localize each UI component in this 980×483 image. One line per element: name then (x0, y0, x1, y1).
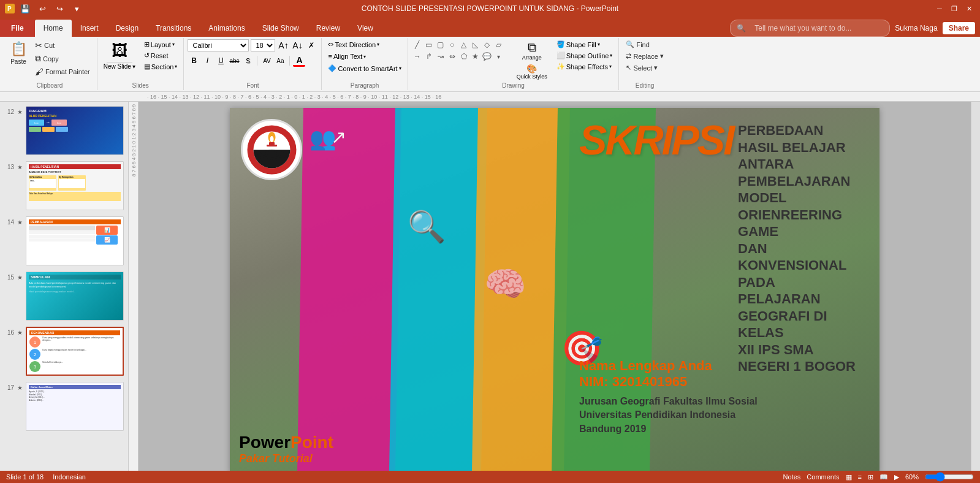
customize-qat-btn[interactable]: ▾ (70, 2, 83, 15)
slide-thumb-16[interactable]: 16 ★ REKOMENDASI 1 Guru yang menggunakan… (3, 325, 125, 377)
slide-canvas[interactable]: 👥 ↗ 🔍 🧠 🎯 (230, 108, 879, 473)
cut-button[interactable]: ✂ Cut (32, 39, 93, 51)
curved-arrow-shape[interactable]: ↝ (435, 51, 446, 62)
italic-button[interactable]: I (201, 55, 213, 67)
ruler-vertical: 8·7·6·5·4·3·2·1·0·1·2·3·4·5·6·7·8·9 (129, 102, 139, 480)
share-button[interactable]: Share (943, 22, 975, 34)
slide-count-status: Slide 1 of 18 (6, 473, 44, 481)
slide-thumb-17[interactable]: 17 ★ Daftar Jurnal/Buku Agustin, S. (201… (3, 381, 125, 432)
copy-button[interactable]: ⧉ Copy (32, 52, 93, 65)
change-case-btn[interactable]: Aa (274, 55, 286, 67)
slide-preview-17[interactable]: Daftar Jurnal/Buku Agustin, S. (2012)...… (26, 382, 124, 431)
text-direction-button[interactable]: ⇔ Text Direction ▾ (325, 39, 382, 50)
format-painter-button[interactable]: 🖌 Format Painter (32, 66, 93, 78)
restore-btn[interactable]: ❐ (948, 2, 960, 15)
callout-shape[interactable]: 💬 (482, 51, 493, 62)
reset-button[interactable]: ↺ Reset (142, 50, 180, 61)
font-size-selector[interactable]: 18 (251, 39, 275, 51)
font-size-increase-btn[interactable]: A↑ (277, 39, 289, 51)
right-triangle-shape[interactable]: ◺ (470, 39, 481, 50)
select-icon: ↖ (626, 64, 631, 72)
tab-review[interactable]: Review (308, 20, 349, 37)
slide-panel[interactable]: 12 ★ DIAGRAM ALUR PENELITIAN box → box (0, 102, 129, 480)
diamond-shape[interactable]: ◇ (482, 39, 493, 50)
shape-effects-button[interactable]: ✨ Shape Effects ▾ (554, 61, 615, 72)
tab-file[interactable]: File (0, 20, 35, 37)
font-size-decrease-btn[interactable]: A↓ (291, 39, 303, 51)
ribbon-tabs: File Home Insert Design Transitions Anim… (0, 17, 980, 37)
arrow-shape[interactable]: → (412, 51, 423, 62)
strikethrough-button[interactable]: abc (228, 55, 240, 67)
slide-thumb-13[interactable]: 13 ★ HASIL PENELITIAN ANALISIS DATA POST… (3, 160, 125, 211)
parallelogram-shape[interactable]: ▱ (493, 39, 504, 50)
triangle-shape[interactable]: △ (458, 39, 469, 50)
undo-qat-btn[interactable]: ↩ (36, 2, 49, 15)
quick-styles-button[interactable]: 🎨 Quick Styles (514, 63, 550, 81)
save-qat-btn[interactable]: 💾 (18, 2, 32, 15)
replace-button[interactable]: ⇄ Replace ▾ (623, 51, 666, 61)
tab-transitions[interactable]: Transitions (147, 20, 200, 37)
normal-view-btn[interactable]: ▦ (846, 473, 852, 481)
new-slide-button[interactable]: 🖼 New Slide ▾ (101, 39, 138, 70)
pentagon-shape[interactable]: ⬠ (458, 51, 469, 62)
dbl-arrow-shape[interactable]: ⇔ (447, 51, 458, 62)
slideshow-btn[interactable]: ▶ (894, 473, 899, 481)
circle-shape[interactable]: ○ (447, 39, 458, 50)
tell-me-input[interactable] (748, 22, 883, 34)
comments-btn[interactable]: Comments (807, 473, 839, 481)
clear-format-btn[interactable]: ✗ (305, 39, 317, 51)
rect-shape[interactable]: ▭ (424, 39, 435, 50)
close-btn[interactable]: ✕ (963, 2, 975, 15)
slide-preview-12[interactable]: DIAGRAM ALUR PENELITIAN box → box (26, 106, 124, 155)
brand-text: PowerPoint (239, 433, 333, 452)
slide-preview-14[interactable]: PEMBAHASAN 📊 (26, 216, 124, 265)
find-button[interactable]: 🔍 Find (623, 39, 666, 50)
layout-button[interactable]: ⊞ Layout ▾ (142, 39, 180, 50)
slide-preview-13[interactable]: HASIL PENELITIAN ANALISIS DATA POSTTEST … (26, 161, 124, 210)
more-shapes[interactable]: ▾ (493, 51, 504, 62)
shape-outline-button[interactable]: ⬜ Shape Outline ▾ (554, 50, 615, 61)
select-button[interactable]: ↖ Select ▾ (623, 63, 666, 73)
section-button[interactable]: ▤ Section ▾ (142, 61, 180, 72)
shape-tools: ╱ ▭ ▢ ○ △ ◺ ◇ ▱ → ↱ ↝ ⇔ ⬠ ★ 💬 ▾ (412, 39, 510, 62)
institution-line1: Jurusan Geografi Fakultas Ilmu Sosial (579, 395, 867, 408)
font-spacing-btn[interactable]: AV (260, 55, 273, 67)
shadow-button[interactable]: S (241, 55, 254, 67)
underline-button[interactable]: U (215, 55, 227, 67)
reading-view-btn[interactable]: 📖 (879, 473, 888, 481)
tab-view[interactable]: View (349, 20, 382, 37)
bent-arrow-shape[interactable]: ↱ (424, 51, 435, 62)
tab-animations[interactable]: Animations (200, 20, 253, 37)
slide-thumb-15[interactable]: 15 ★ SIMPULAN Ada perbedaan hasil pembel… (3, 270, 125, 322)
slide-preview-16[interactable]: REKOMENDASI 1 Guru yang menggunakan mode… (26, 327, 124, 376)
slide-thumb-12[interactable]: 12 ★ DIAGRAM ALUR PENELITIAN box → box (3, 105, 125, 156)
align-text-icon: ≡ (328, 53, 332, 60)
zoom-slider[interactable] (925, 472, 974, 482)
slide-sorter-btn[interactable]: ⊞ (868, 473, 873, 481)
font-color-btn[interactable]: A (293, 55, 305, 67)
title-line3: MODEL ORIENREERING GAME (738, 189, 867, 240)
rounded-rect-shape[interactable]: ▢ (435, 39, 446, 50)
slide-preview-15[interactable]: SIMPULAN Ada perbedaan hasil pembelajara… (26, 272, 124, 321)
redo-qat-btn[interactable]: ↪ (53, 2, 66, 15)
arrange-button[interactable]: ⧉ Arrange (514, 39, 550, 62)
convert-smartart-button[interactable]: 🔷 Convert to SmartArt ▾ (325, 63, 403, 74)
tab-design[interactable]: Design (107, 20, 147, 37)
notes-btn[interactable]: Notes (783, 473, 801, 481)
align-text-button[interactable]: ≡ Align Text ▾ (325, 51, 368, 61)
tab-insert[interactable]: Insert (72, 20, 107, 37)
brand-point: Point (291, 433, 333, 452)
minimize-btn[interactable]: ─ (933, 2, 946, 15)
slide-thumb-14[interactable]: 14 ★ PEMBAHASAN 📊 (3, 215, 125, 267)
tab-home[interactable]: Home (35, 20, 72, 37)
star-shape[interactable]: ★ (470, 51, 481, 62)
paste-button[interactable]: 📋 Paste (6, 39, 31, 67)
outline-view-btn[interactable]: ≡ (858, 473, 862, 481)
font-name-selector[interactable]: Calibri (188, 39, 249, 51)
canvas-area[interactable]: 👥 ↗ 🔍 🧠 🎯 (139, 102, 971, 480)
shape-fill-button[interactable]: 🪣 Shape Fill ▾ (554, 39, 615, 50)
bold-button[interactable]: B (188, 55, 200, 67)
tab-slideshow[interactable]: Slide Show (254, 20, 308, 37)
line-shape[interactable]: ╱ (412, 39, 423, 50)
new-slide-icon: 🖼 (112, 41, 127, 59)
